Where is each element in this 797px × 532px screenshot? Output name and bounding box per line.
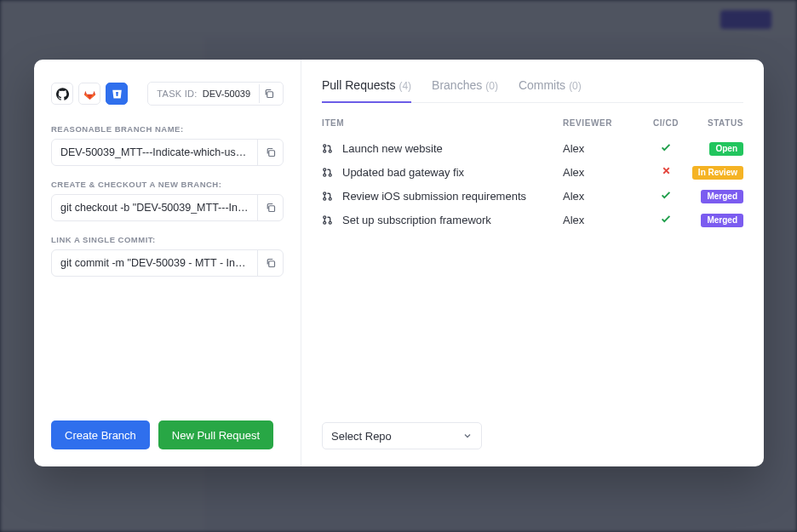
pr-title: Set up subscription framework bbox=[342, 214, 491, 226]
github-icon[interactable] bbox=[51, 83, 73, 105]
pr-reviewer: Alex bbox=[563, 166, 645, 179]
commit-label: LINK A SINGLE COMMIT: bbox=[51, 235, 284, 244]
th-status: STATUS bbox=[687, 118, 743, 128]
svg-point-14 bbox=[324, 221, 326, 224]
new-pull-request-button[interactable]: New Pull Request bbox=[158, 420, 273, 449]
tab-label: Commits bbox=[519, 78, 565, 92]
commit-value: git commit -m "DEV-50039 - MTT - Indicat… bbox=[52, 257, 257, 269]
checkout-value: git checkout -b "DEV-50039_MTT---Indica.… bbox=[52, 202, 257, 214]
task-id-box: TASK ID: DEV-50039 bbox=[147, 82, 284, 106]
pull-request-icon bbox=[322, 167, 334, 178]
copy-commit-button[interactable] bbox=[257, 250, 283, 276]
svg-point-7 bbox=[324, 168, 326, 170]
svg-point-12 bbox=[329, 197, 331, 200]
task-id-label: TASK ID: bbox=[157, 89, 197, 99]
svg-point-9 bbox=[329, 174, 331, 176]
table-row[interactable]: Launch new websiteAlexOpen bbox=[322, 136, 743, 160]
bitbucket-icon[interactable] bbox=[106, 83, 128, 105]
tab-commits[interactable]: Commits (0) bbox=[519, 78, 582, 102]
commit-input[interactable]: git commit -m "DEV-50039 - MTT - Indicat… bbox=[51, 249, 284, 277]
modal-right-panel: Pull Requests (4) Branches (0) Commits (… bbox=[301, 60, 764, 466]
tab-pull-requests[interactable]: Pull Requests (4) bbox=[322, 78, 411, 102]
branch-name-label: REASONABLE BRANCH NAME: bbox=[51, 124, 284, 134]
svg-rect-3 bbox=[268, 261, 274, 267]
pull-request-icon bbox=[322, 143, 334, 154]
pull-request-icon bbox=[322, 215, 334, 226]
tab-branches[interactable]: Branches (0) bbox=[432, 78, 498, 102]
pr-title: Launch new website bbox=[342, 142, 443, 155]
tab-count: (4) bbox=[398, 80, 411, 92]
svg-point-6 bbox=[329, 150, 331, 152]
pull-requests-table: ITEM REVIEWER CI/CD STATUS Launch new we… bbox=[322, 118, 743, 422]
svg-rect-0 bbox=[267, 92, 272, 98]
create-branch-button[interactable]: Create Branch bbox=[51, 420, 150, 449]
pr-reviewer: Alex bbox=[563, 190, 645, 203]
git-integration-modal: TASK ID: DEV-50039 REASONABLE BRANCH NAM… bbox=[34, 60, 764, 466]
copy-branch-name-button[interactable] bbox=[257, 140, 283, 165]
branch-name-input[interactable]: DEV-50039_MTT---Indicate-which-users-c..… bbox=[51, 139, 284, 166]
table-row[interactable]: Set up subscription frameworkAlexMerged bbox=[322, 208, 743, 232]
svg-point-4 bbox=[324, 144, 326, 146]
check-icon bbox=[660, 141, 672, 153]
th-item: ITEM bbox=[322, 118, 563, 128]
svg-rect-2 bbox=[268, 206, 274, 212]
svg-point-11 bbox=[324, 197, 326, 200]
x-icon bbox=[661, 165, 672, 176]
gitlab-icon[interactable] bbox=[78, 83, 100, 105]
pr-title: Updated bad gateway fix bbox=[342, 166, 464, 179]
modal-left-panel: TASK ID: DEV-50039 REASONABLE BRANCH NAM… bbox=[34, 60, 301, 466]
svg-point-8 bbox=[324, 174, 326, 176]
table-header-row: ITEM REVIEWER CI/CD STATUS bbox=[322, 118, 743, 136]
tab-bar: Pull Requests (4) Branches (0) Commits (… bbox=[322, 78, 743, 103]
svg-point-10 bbox=[324, 192, 326, 194]
svg-point-13 bbox=[324, 215, 326, 218]
checkout-input[interactable]: git checkout -b "DEV-50039_MTT---Indica.… bbox=[51, 194, 284, 221]
pr-reviewer: Alex bbox=[563, 214, 645, 226]
svg-rect-1 bbox=[268, 151, 274, 157]
svg-point-5 bbox=[324, 150, 326, 152]
check-icon bbox=[660, 189, 672, 201]
tab-label: Branches bbox=[432, 78, 482, 92]
pull-request-icon bbox=[322, 191, 334, 202]
th-reviewer: REVIEWER bbox=[563, 118, 645, 128]
checkout-label: CREATE & CHECKOUT A NEW BRANCH: bbox=[51, 180, 284, 189]
branch-name-value: DEV-50039_MTT---Indicate-which-users-c..… bbox=[52, 146, 257, 158]
status-badge: Merged bbox=[701, 190, 743, 203]
tab-count: (0) bbox=[485, 80, 498, 92]
copy-checkout-button[interactable] bbox=[257, 195, 283, 220]
svg-point-15 bbox=[329, 221, 331, 224]
chevron-down-icon bbox=[462, 431, 473, 441]
status-badge: In Review bbox=[692, 166, 743, 180]
select-repo-dropdown[interactable]: Select Repo bbox=[322, 422, 482, 449]
git-provider-group bbox=[51, 83, 128, 105]
pr-title: Review iOS submission requirements bbox=[342, 190, 526, 203]
tab-count: (0) bbox=[569, 80, 582, 92]
th-cicd: CI/CD bbox=[645, 118, 687, 128]
check-icon bbox=[660, 213, 672, 225]
status-badge: Merged bbox=[701, 214, 743, 227]
pr-reviewer: Alex bbox=[563, 142, 645, 155]
status-badge: Open bbox=[709, 142, 743, 156]
task-id-value: DEV-50039 bbox=[203, 89, 250, 99]
tab-label: Pull Requests bbox=[322, 78, 395, 92]
table-row[interactable]: Review iOS submission requirementsAlexMe… bbox=[322, 184, 743, 208]
copy-task-id-button[interactable] bbox=[259, 84, 278, 103]
select-repo-label: Select Repo bbox=[331, 430, 392, 443]
table-row[interactable]: Updated bad gateway fixAlexIn Review bbox=[322, 160, 743, 184]
